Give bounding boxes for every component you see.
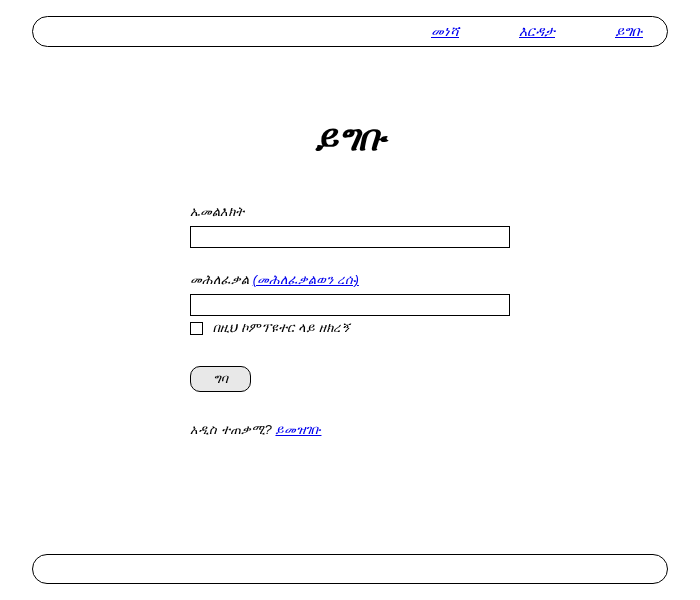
login-form: ኤመልእክት መሕለፈቃል (መሕለፈቃልወን ረሱ) በዚህ ኮምፕዩተር ላ…	[190, 204, 510, 438]
register-prompt: አዲስ ተጠቃሚ?	[190, 422, 275, 437]
remember-row: በዚህ ኮምፕዩተር ላይ ዘክረኝ	[190, 320, 510, 336]
register-link[interactable]: ይመዝገቡ	[275, 422, 321, 437]
footer-bar	[32, 554, 668, 584]
password-field-group: መሕለፈቃል (መሕለፈቃልወን ረሱ)	[190, 272, 510, 316]
register-row: አዲስ ተጠቃሚ? ይመዝገቡ	[190, 422, 510, 438]
top-nav: መነሻ እርዳታ ይግቡ	[32, 16, 668, 47]
main-content: ይግቡ ኤመልእክት መሕለፈቃል (መሕለፈቃልወን ረሱ) በዚህ ኮምፕዩ…	[0, 117, 700, 438]
email-field-group: ኤመልእክት	[190, 204, 510, 248]
password-label: መሕለፈቃል (መሕለፈቃልወን ረሱ)	[190, 272, 510, 288]
email-label: ኤመልእክት	[190, 204, 510, 220]
nav-link-help[interactable]: እርዳታ	[519, 23, 555, 40]
password-label-text: መሕለፈቃል	[190, 272, 253, 287]
forgot-password-link[interactable]: (መሕለፈቃልወን ረሱ)	[253, 272, 359, 287]
remember-label: በዚህ ኮምፕዩተር ላይ ዘክረኝ	[213, 320, 350, 336]
nav-link-home[interactable]: መነሻ	[431, 23, 459, 40]
page-title: ይግቡ	[314, 117, 386, 159]
remember-checkbox[interactable]	[190, 322, 203, 335]
submit-button[interactable]: ግባ	[190, 366, 251, 392]
email-input[interactable]	[190, 226, 510, 248]
nav-link-login[interactable]: ይግቡ	[615, 23, 643, 40]
password-input[interactable]	[190, 294, 510, 316]
